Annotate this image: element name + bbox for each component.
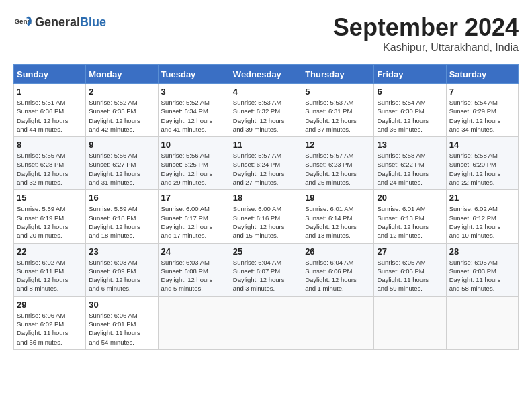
day-number: 12 [305,140,371,150]
table-cell: 16Sunrise: 5:59 AM Sunset: 6:18 PM Dayli… [86,190,158,243]
month-title: September 2024 [333,13,519,42]
day-info: Sunrise: 5:57 AM Sunset: 6:24 PM Dayligh… [233,151,299,187]
table-cell: 7Sunrise: 5:54 AM Sunset: 6:29 PM Daylig… [446,84,518,137]
table-cell: 23Sunrise: 6:03 AM Sunset: 6:09 PM Dayli… [86,243,158,296]
day-info: Sunrise: 6:06 AM Sunset: 6:02 PM Dayligh… [17,311,83,347]
table-cell: 17Sunrise: 6:00 AM Sunset: 6:17 PM Dayli… [158,190,230,243]
location-title: Kashipur, Uttarakhand, India [333,42,519,54]
day-info: Sunrise: 6:01 AM Sunset: 6:14 PM Dayligh… [305,204,371,240]
day-number: 19 [305,193,371,203]
day-number: 6 [377,87,443,97]
table-cell: 27Sunrise: 6:05 AM Sunset: 6:05 PM Dayli… [374,243,446,296]
day-number: 18 [233,193,299,203]
day-info: Sunrise: 5:54 AM Sunset: 6:30 PM Dayligh… [377,98,443,134]
col-sunday: Sunday [14,65,86,84]
day-info: Sunrise: 6:05 AM Sunset: 6:03 PM Dayligh… [449,258,515,293]
day-info: Sunrise: 6:05 AM Sunset: 6:05 PM Dayligh… [377,258,443,293]
table-cell: 15Sunrise: 5:59 AM Sunset: 6:19 PM Dayli… [14,190,86,243]
day-number: 11 [233,140,299,150]
day-info: Sunrise: 6:02 AM Sunset: 6:11 PM Dayligh… [17,258,83,293]
col-tuesday: Tuesday [158,65,230,84]
day-number: 3 [161,87,227,97]
col-saturday: Saturday [446,65,518,84]
table-cell: 22Sunrise: 6:02 AM Sunset: 6:11 PM Dayli… [14,243,86,296]
logo: General General Blue [13,13,106,32]
day-number: 13 [377,140,443,150]
day-info: Sunrise: 5:59 AM Sunset: 6:18 PM Dayligh… [89,204,154,240]
table-cell: 14Sunrise: 5:58 AM Sunset: 6:20 PM Dayli… [446,137,518,190]
col-thursday: Thursday [302,65,374,84]
logo-icon: General [13,13,32,32]
table-cell: 4Sunrise: 5:53 AM Sunset: 6:32 PM Daylig… [230,84,302,137]
col-friday: Friday [374,65,446,84]
day-info: Sunrise: 6:03 AM Sunset: 6:08 PM Dayligh… [161,258,227,293]
day-info: Sunrise: 5:58 AM Sunset: 6:22 PM Dayligh… [377,151,443,187]
day-info: Sunrise: 6:04 AM Sunset: 6:07 PM Dayligh… [233,258,299,293]
table-cell [446,296,518,349]
col-monday: Monday [86,65,158,84]
day-number: 10 [161,140,227,150]
day-info: Sunrise: 5:56 AM Sunset: 6:27 PM Dayligh… [89,151,154,187]
table-cell: 1Sunrise: 5:51 AM Sunset: 6:36 PM Daylig… [14,84,86,137]
day-info: Sunrise: 6:00 AM Sunset: 6:16 PM Dayligh… [233,204,299,240]
table-cell: 20Sunrise: 6:01 AM Sunset: 6:13 PM Dayli… [374,190,446,243]
day-info: Sunrise: 6:00 AM Sunset: 6:17 PM Dayligh… [161,204,227,240]
header: General General Blue September 2024 Kash… [13,13,519,54]
day-number: 28 [449,246,515,257]
day-number: 29 [17,300,83,310]
day-number: 9 [89,140,154,150]
calendar-row: 22Sunrise: 6:02 AM Sunset: 6:11 PM Dayli… [14,243,519,296]
day-number: 23 [89,246,154,257]
table-cell: 19Sunrise: 6:01 AM Sunset: 6:14 PM Dayli… [302,190,374,243]
day-info: Sunrise: 6:01 AM Sunset: 6:13 PM Dayligh… [377,204,443,240]
table-cell: 26Sunrise: 6:04 AM Sunset: 6:06 PM Dayli… [302,243,374,296]
table-cell: 3Sunrise: 5:52 AM Sunset: 6:34 PM Daylig… [158,84,230,137]
day-number: 7 [449,87,515,97]
calendar-row: 15Sunrise: 5:59 AM Sunset: 6:19 PM Dayli… [14,190,519,243]
table-cell: 24Sunrise: 6:03 AM Sunset: 6:08 PM Dayli… [158,243,230,296]
day-number: 17 [161,193,227,203]
table-cell: 30Sunrise: 6:06 AM Sunset: 6:01 PM Dayli… [86,296,158,349]
day-number: 16 [89,193,154,203]
title-area: September 2024 Kashipur, Uttarakhand, In… [333,13,519,54]
day-info: Sunrise: 5:57 AM Sunset: 6:23 PM Dayligh… [305,151,371,187]
day-info: Sunrise: 5:56 AM Sunset: 6:25 PM Dayligh… [161,151,227,187]
day-info: Sunrise: 5:55 AM Sunset: 6:28 PM Dayligh… [17,151,83,187]
day-number: 2 [89,87,154,97]
table-cell: 28Sunrise: 6:05 AM Sunset: 6:03 PM Dayli… [446,243,518,296]
day-number: 15 [17,193,83,203]
logo-general-text: General [35,16,80,30]
day-info: Sunrise: 5:53 AM Sunset: 6:31 PM Dayligh… [305,98,371,134]
day-number: 24 [161,246,227,257]
table-cell: 25Sunrise: 6:04 AM Sunset: 6:07 PM Dayli… [230,243,302,296]
calendar-row: 29Sunrise: 6:06 AM Sunset: 6:02 PM Dayli… [14,296,519,349]
table-cell: 13Sunrise: 5:58 AM Sunset: 6:22 PM Dayli… [374,137,446,190]
day-info: Sunrise: 6:04 AM Sunset: 6:06 PM Dayligh… [305,258,371,293]
table-cell: 21Sunrise: 6:02 AM Sunset: 6:12 PM Dayli… [446,190,518,243]
day-number: 14 [449,140,515,150]
table-cell: 6Sunrise: 5:54 AM Sunset: 6:30 PM Daylig… [374,84,446,137]
table-cell: 8Sunrise: 5:55 AM Sunset: 6:28 PM Daylig… [14,137,86,190]
table-cell [230,296,302,349]
day-number: 30 [89,300,154,310]
day-number: 21 [449,193,515,203]
table-cell: 18Sunrise: 6:00 AM Sunset: 6:16 PM Dayli… [230,190,302,243]
table-cell: 29Sunrise: 6:06 AM Sunset: 6:02 PM Dayli… [14,296,86,349]
day-info: Sunrise: 6:02 AM Sunset: 6:12 PM Dayligh… [449,204,515,240]
table-cell [158,296,230,349]
table-cell [302,296,374,349]
day-number: 1 [17,87,83,97]
day-info: Sunrise: 5:54 AM Sunset: 6:29 PM Dayligh… [449,98,515,134]
day-number: 5 [305,87,371,97]
table-cell: 9Sunrise: 5:56 AM Sunset: 6:27 PM Daylig… [86,137,158,190]
table-cell: 11Sunrise: 5:57 AM Sunset: 6:24 PM Dayli… [230,137,302,190]
table-cell: 10Sunrise: 5:56 AM Sunset: 6:25 PM Dayli… [158,137,230,190]
day-number: 26 [305,246,371,257]
day-number: 8 [17,140,83,150]
header-row: Sunday Monday Tuesday Wednesday Thursday… [14,65,519,84]
calendar-table: Sunday Monday Tuesday Wednesday Thursday… [13,64,519,350]
table-cell [374,296,446,349]
day-number: 20 [377,193,443,203]
day-info: Sunrise: 5:52 AM Sunset: 6:34 PM Dayligh… [161,98,227,134]
day-info: Sunrise: 5:58 AM Sunset: 6:20 PM Dayligh… [449,151,515,187]
